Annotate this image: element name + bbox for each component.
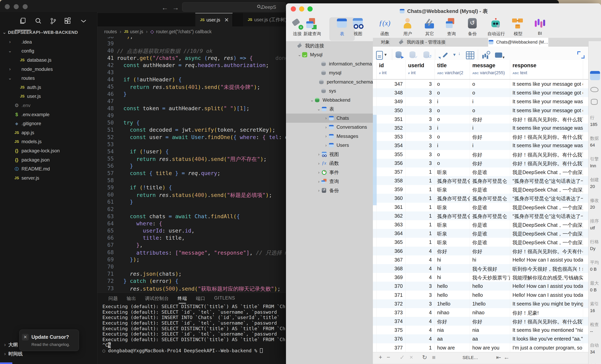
table-row[interactable]: 359 1 听泉 你是谁 我是DeepSeek Chat，一个由深度 — [373, 185, 588, 194]
cell-message[interactable]: 我今天很好 — [470, 264, 510, 273]
table-row[interactable]: 371 3 hello hello Hello! How can I assis… — [373, 291, 588, 299]
cell-userid[interactable]: 4 — [406, 247, 435, 255]
table-row[interactable]: 353 3 o 你好 你好！很高兴见到你。有什么我可 — [373, 132, 588, 141]
document-tab[interactable]: 我的连接 - 管理连接 — [399, 38, 446, 47]
cell-id[interactable]: 366 — [377, 247, 406, 255]
cell-userid[interactable]: 1 — [406, 167, 435, 176]
cell-message[interactable]: hello — [470, 282, 510, 290]
tree-item[interactable]: › Users — [286, 141, 373, 150]
table-row[interactable]: 347 3 o o It seems like your message got… — [373, 80, 588, 88]
cell-response[interactable]: 听到你今天很好，我也很高兴！希 — [510, 264, 583, 273]
file-tree-item[interactable]: config — [0, 47, 97, 56]
cell-id[interactable]: 353 — [377, 132, 406, 141]
cell-id[interactable]: 376 — [377, 334, 406, 343]
cell-id[interactable]: 374 — [377, 317, 406, 326]
begin-transaction-icon[interactable] — [395, 51, 404, 59]
cell-response[interactable]: 你好！很高兴见到你。有什么我可 — [510, 159, 583, 167]
cell-title[interactable]: 听泉 — [435, 203, 470, 212]
table-row[interactable]: 366 4 你好 你好 你好！很高兴见到你。今天有什么特 — [373, 247, 588, 255]
file-tree-item[interactable]: JS app.js — [0, 128, 97, 137]
cell-id[interactable]: 355 — [377, 150, 406, 159]
cell-userid[interactable]: 4 — [406, 326, 435, 334]
cell-response[interactable]: It seems like your message got c — [510, 106, 583, 115]
table-row[interactable]: 364 1 听泉 你是谁 我是DeepSeek Chat，一个由深度 — [373, 229, 588, 238]
cell-response[interactable]: I'm just a computer program, so — [510, 343, 583, 352]
cell-message[interactable]: 我今天炒股票亏了 — [470, 273, 510, 282]
cell-title[interactable]: hello — [435, 282, 470, 290]
cell-message[interactable]: 1hello — [470, 299, 510, 308]
cell-response[interactable]: 我是DeepSeek Chat，一个由深度 — [510, 167, 583, 176]
cell-response[interactable]: 你好！很高兴见到你。有什么我可 — [510, 317, 583, 326]
cell-response[interactable]: 我是DeepSeek Chat，一个由深度 — [510, 203, 583, 212]
cell-id[interactable]: 356 — [377, 159, 406, 167]
cell-title[interactable]: hello — [435, 291, 470, 299]
cell-message[interactable]: 你是谁 — [470, 167, 510, 176]
cell-title[interactable]: o — [435, 115, 470, 123]
tree-item[interactable]: › 事件 — [286, 168, 373, 177]
cell-message[interactable]: nia — [470, 326, 510, 334]
cell-response[interactable]: It seems like your message was — [510, 97, 583, 106]
cell-userid[interactable]: 3 — [406, 159, 435, 167]
toolbar-button[interactable]: 其它 — [423, 18, 436, 37]
table-row[interactable]: 372 3 1hello 1hello It seems like you mi… — [373, 299, 588, 308]
file-tree-item[interactable]: .idea — [0, 37, 97, 47]
toast-subtitle[interactable]: Read the changelog. — [31, 342, 70, 347]
cell-userid[interactable]: 4 — [406, 264, 435, 273]
column-header[interactable]: title ABCvarchar(2 — [435, 60, 470, 79]
cell-response[interactable]: "孤身亦可登昆仑"这句话表达了一种 — [510, 176, 583, 185]
table-row[interactable]: 352 3 i i It seems like your message was — [373, 123, 588, 132]
cell-title[interactable]: 孤身亦可登昆仑 — [435, 212, 470, 220]
table-row[interactable]: 370 3 hello hello Hello! How can I assis… — [373, 282, 588, 290]
panel-tab[interactable]: 端口 — [196, 294, 205, 304]
table-row[interactable]: 376 4 aa aa It looks like you've entered… — [373, 334, 588, 343]
table-row[interactable]: 356 3 o 你好 你好！很高兴见到你。有什么我可 — [373, 159, 588, 167]
cell-id[interactable]: 365 — [377, 238, 406, 246]
cell-title[interactable]: i — [435, 141, 470, 150]
cell-id[interactable]: 361 — [377, 203, 406, 212]
table-row[interactable]: 373 4 nihao nihao 你好！尼豪! — [373, 308, 588, 317]
document-tab[interactable]: Chats@Webbackend (M… — [488, 38, 548, 47]
cell-message[interactable]: 你好 — [470, 115, 510, 123]
cell-title[interactable]: 听泉 — [435, 229, 470, 238]
tree-item[interactable]: › 备份 — [286, 186, 373, 195]
cell-userid[interactable]: 1 — [406, 229, 435, 238]
cell-id[interactable]: 370 — [377, 282, 406, 290]
add-record-icon[interactable]: + — [379, 354, 382, 361]
cell-title[interactable]: 听泉 — [435, 238, 470, 246]
cell-userid[interactable]: 3 — [406, 141, 435, 150]
breadcrumb-folder[interactable]: routes — [104, 29, 117, 34]
cell-userid[interactable]: 1 — [406, 212, 435, 220]
cell-message[interactable]: 你好 — [470, 132, 510, 141]
cell-userid[interactable]: 1 — [406, 220, 435, 229]
file-tree-item[interactable]: JS server.js — [0, 173, 97, 182]
cell-userid[interactable]: 3 — [406, 80, 435, 88]
column-header[interactable]: response ABCtext — [510, 60, 583, 79]
table-row[interactable]: 361 1 听泉 你是谁 我是DeepSeek Chat，一个由深度 — [373, 203, 588, 212]
document-tab[interactable]: 对象 — [373, 38, 390, 47]
table-row[interactable]: 363 1 听泉 你是谁 我是DeepSeek Chat，一个由深度 — [373, 220, 588, 229]
table-row[interactable]: 362 1 孤身亦可登昆仑 孤身亦可登昆仑 "孤身亦可登昆仑"这句话表达了一种 — [373, 212, 588, 220]
file-tree-item[interactable]: JS user.js — [0, 92, 97, 101]
tree-item[interactable]: › Conversations — [286, 123, 373, 132]
cell-message[interactable]: hi — [470, 255, 510, 264]
cell-message[interactable]: o — [470, 106, 510, 115]
cell-message[interactable]: 你好 — [470, 150, 510, 159]
fullscreen-icon[interactable] — [577, 51, 585, 59]
cell-response[interactable]: 你好！尼豪! — [510, 308, 583, 317]
breadcrumb-file[interactable]: user.js — [130, 29, 143, 34]
cell-response[interactable]: 我是DeepSeek Chat，一个由深度 — [510, 238, 583, 246]
cell-id[interactable]: 368 — [377, 264, 406, 273]
cell-title[interactable]: i — [435, 123, 470, 132]
cell-title[interactable]: o — [435, 150, 470, 159]
table-row[interactable]: 365 1 听泉 你是谁 我是DeepSeek Chat，一个由深度 — [373, 238, 588, 246]
zoom-window-icon[interactable] — [23, 4, 28, 9]
cell-message[interactable]: 你好 — [470, 159, 510, 167]
file-tree-item[interactable]: $ .env.example — [0, 110, 97, 119]
cell-response[interactable]: It seems like you mentioned "nia — [510, 326, 583, 334]
cell-title[interactable]: 孤身亦可登昆仑 — [435, 194, 470, 202]
rollback-icon[interactable] — [423, 51, 432, 59]
tree-item[interactable]: › 查询 — [286, 177, 373, 186]
cell-title[interactable]: 你好 — [435, 247, 470, 255]
cell-title[interactable]: o — [435, 106, 470, 115]
file-tree-item[interactable]: ⓘ README.md — [0, 164, 97, 173]
